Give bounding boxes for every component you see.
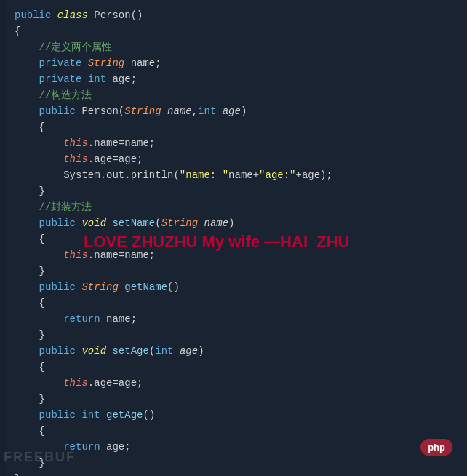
left-bar	[0, 0, 6, 476]
code-line-12: System.out.println("name: "name+"age:"+a…	[15, 167, 460, 183]
code-line-34: }	[15, 455, 460, 471]
code-line-23: return name;	[15, 311, 460, 327]
code-line-10: this.name=name;	[15, 135, 460, 151]
code-line-5: private int age;	[15, 71, 460, 87]
code-line-8: public Person(String name,int age)	[15, 103, 460, 119]
code-line-1: public class Person()	[15, 7, 460, 23]
code-line-13: }	[15, 183, 460, 199]
code-line-9: {	[15, 119, 460, 135]
code-line-20: public String getName()	[15, 279, 460, 295]
code-line-4: private String name;	[15, 55, 460, 71]
code-line-33: return age;	[15, 439, 460, 455]
code-line-27: {	[15, 359, 460, 375]
code-line-28: this.age=age;	[15, 375, 460, 391]
code-line-11: this.age=age;	[15, 151, 460, 167]
code-line-21: {	[15, 295, 460, 311]
code-line-29: }	[15, 391, 460, 407]
code-line-35: }	[15, 471, 460, 476]
code-line-26: public void setAge(int age)	[15, 343, 460, 359]
code-line-2: {	[15, 23, 460, 39]
code-line-16: public void setName(String name)	[15, 215, 460, 231]
code-editor: public class Person() { //定义两个属性 private…	[0, 0, 467, 476]
code-line-31: {	[15, 423, 460, 439]
php-badge: php	[420, 439, 452, 456]
code-line-17: {	[15, 231, 460, 247]
code-line-15: //封装方法	[15, 199, 460, 215]
freebuf-watermark: FREEBUF	[4, 450, 76, 465]
code-line-24: }	[15, 327, 460, 343]
code-line-30: public int getAge()	[15, 407, 460, 423]
code-line-7: //构造方法	[15, 87, 460, 103]
code-line-3: //定义两个属性	[15, 39, 460, 55]
code-line-19: }	[15, 263, 460, 279]
code-line-18: this.name=name;	[15, 247, 460, 263]
